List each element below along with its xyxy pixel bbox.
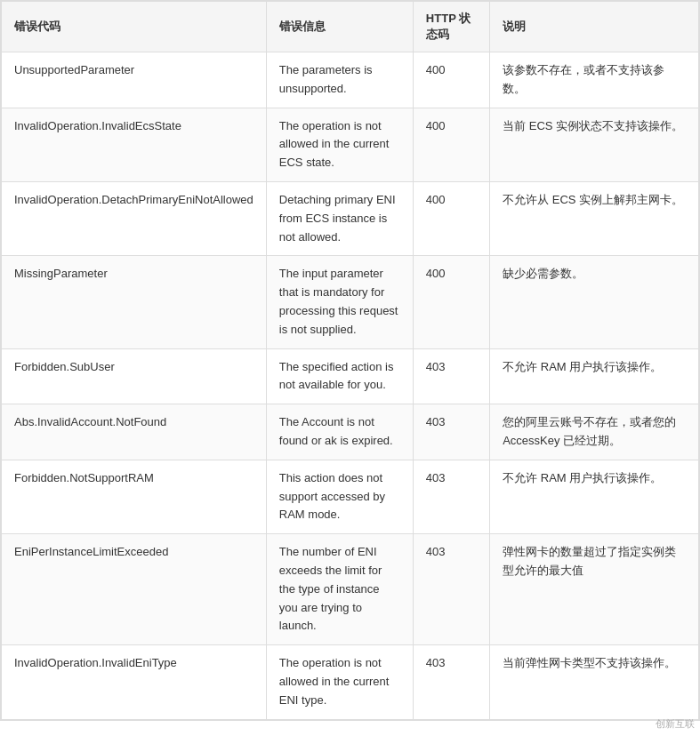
- table-row: UnsupportedParameterThe parameters is un…: [2, 52, 699, 108]
- header-description: 说明: [490, 2, 699, 52]
- cell-code: MissingParameter: [2, 256, 267, 348]
- cell-description: 缺少必需参数。: [490, 256, 699, 348]
- table-row: InvalidOperation.DetachPrimaryEniNotAllo…: [2, 181, 699, 255]
- cell-http: 403: [413, 348, 489, 404]
- table-row: Abs.InvalidAccount.NotFoundThe Account i…: [2, 404, 699, 460]
- cell-message: The parameters is unsupported.: [266, 52, 413, 108]
- cell-description: 不允许 RAM 用户执行该操作。: [490, 348, 699, 404]
- cell-message: The number of ENI exceeds the limit for …: [266, 534, 413, 645]
- header-http: HTTP 状态码: [413, 2, 489, 52]
- cell-description: 该参数不存在，或者不支持该参数。: [490, 52, 699, 108]
- cell-http: 400: [413, 52, 489, 108]
- cell-message: Detaching primary ENI from ECS instance …: [266, 181, 413, 255]
- table-row: InvalidOperation.InvalidEcsStateThe oper…: [2, 108, 699, 181]
- cell-code: InvalidOperation.DetachPrimaryEniNotAllo…: [2, 181, 267, 255]
- cell-code: Forbidden.NotSupportRAM: [2, 460, 267, 533]
- cell-message: This action does not support accessed by…: [266, 460, 413, 533]
- cell-code: Abs.InvalidAccount.NotFound: [2, 404, 267, 460]
- table-body: UnsupportedParameterThe parameters is un…: [2, 52, 699, 720]
- cell-http: 403: [413, 404, 489, 460]
- cell-http: 400: [413, 181, 489, 255]
- table-row: Forbidden.NotSupportRAMThis action does …: [2, 460, 699, 533]
- header-message: 错误信息: [266, 2, 413, 52]
- header-code: 错误代码: [2, 2, 267, 52]
- table-row: MissingParameterThe input parameter that…: [2, 256, 699, 348]
- table-header-row: 错误代码 错误信息 HTTP 状态码 说明: [2, 2, 699, 52]
- cell-http: 403: [413, 460, 489, 533]
- watermark: 创新互联: [656, 717, 695, 721]
- cell-code: Forbidden.SubUser: [2, 348, 267, 404]
- cell-http: 403: [413, 534, 489, 645]
- table-row: Forbidden.SubUserThe specified action is…: [2, 348, 699, 404]
- cell-message: The specified action is not available fo…: [266, 348, 413, 404]
- cell-http: 400: [413, 256, 489, 348]
- table-row: InvalidOperation.InvalidEniTypeThe opera…: [2, 645, 699, 719]
- cell-description: 弹性网卡的数量超过了指定实例类型允许的最大值: [490, 534, 699, 645]
- cell-description: 不允许 RAM 用户执行该操作。: [490, 460, 699, 533]
- table-row: EniPerInstanceLimitExceededThe number of…: [2, 534, 699, 645]
- cell-code: InvalidOperation.InvalidEniType: [2, 645, 267, 719]
- cell-code: EniPerInstanceLimitExceeded: [2, 534, 267, 645]
- cell-description: 当前 ECS 实例状态不支持该操作。: [490, 108, 699, 181]
- cell-message: The input parameter that is mandatory fo…: [266, 256, 413, 348]
- cell-message: The operation is not allowed in the curr…: [266, 108, 413, 181]
- cell-message: The Account is not found or ak is expire…: [266, 404, 413, 460]
- cell-code: InvalidOperation.InvalidEcsState: [2, 108, 267, 181]
- error-table: 错误代码 错误信息 HTTP 状态码 说明 UnsupportedParamet…: [1, 1, 699, 720]
- error-table-container: 错误代码 错误信息 HTTP 状态码 说明 UnsupportedParamet…: [0, 0, 700, 721]
- cell-description: 您的阿里云账号不存在，或者您的 AccessKey 已经过期。: [490, 404, 699, 460]
- cell-http: 400: [413, 108, 489, 181]
- cell-code: UnsupportedParameter: [2, 52, 267, 108]
- cell-http: 403: [413, 645, 489, 719]
- cell-description: 当前弹性网卡类型不支持该操作。: [490, 645, 699, 719]
- cell-message: The operation is not allowed in the curr…: [266, 645, 413, 719]
- cell-description: 不允许从 ECS 实例上解邦主网卡。: [490, 181, 699, 255]
